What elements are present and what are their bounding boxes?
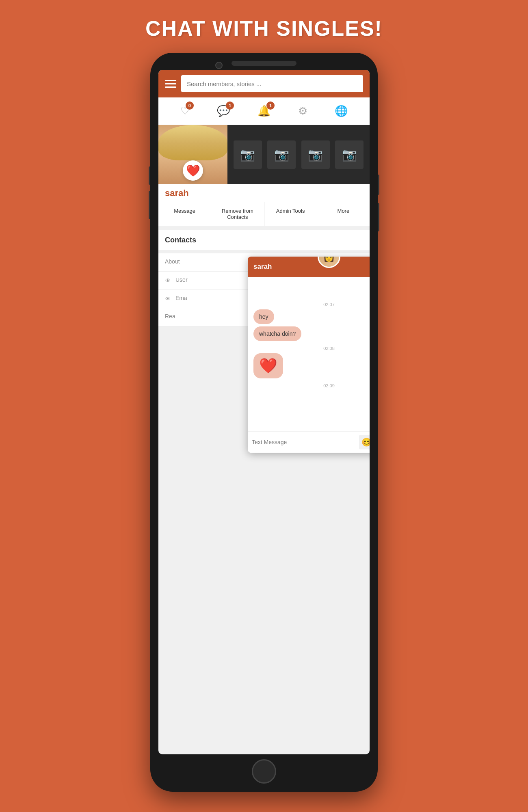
message-button[interactable]: Message bbox=[158, 202, 211, 226]
front-camera bbox=[215, 62, 223, 69]
chat-messages: hi 02:07 hey whatcha doin? 02:08 ❤️ 02:0… bbox=[248, 277, 370, 431]
msg-row-0: hi bbox=[253, 283, 370, 300]
profile-name-row: sarah bbox=[158, 184, 370, 199]
msg-bubble-recv-1: hey bbox=[253, 309, 274, 324]
thumb-camera-4[interactable]: 📷 bbox=[335, 140, 364, 169]
msg-row-1: hey bbox=[253, 309, 370, 326]
profile-main-photo: ❤️ bbox=[158, 125, 227, 184]
messages-badge: 1 bbox=[226, 102, 234, 110]
globe-icon: 🌐 bbox=[335, 105, 348, 117]
profile-name: sarah bbox=[165, 188, 189, 199]
nav-hearts[interactable]: ♡ 0 bbox=[180, 105, 190, 117]
power-button bbox=[378, 175, 379, 195]
msg-row-3: ❤️ bbox=[253, 353, 370, 381]
heart-emoji: ❤️ bbox=[259, 357, 277, 374]
volume-down-button bbox=[149, 191, 150, 219]
volume-up-button bbox=[149, 166, 150, 185]
emoji-button[interactable]: 😊 bbox=[359, 435, 370, 449]
more-button[interactable]: More bbox=[317, 202, 370, 226]
msg-time-2: 02:08 bbox=[253, 346, 370, 351]
avatar-hair bbox=[158, 125, 227, 160]
profile-thumbnails: 📷 📷 📷 📷 bbox=[227, 125, 370, 184]
profile-images: ❤️ 📷 📷 📷 📷 bbox=[158, 125, 370, 184]
chat-overlay: 👩 sarah ✕ hi 02:07 hey whatcha doin? 02:… bbox=[248, 257, 370, 453]
top-bar bbox=[158, 70, 370, 97]
nav-icons-row: ♡ 0 💬 1 🔔 1 ⚙ 🌐 bbox=[158, 97, 370, 125]
contacts-label: Contacts bbox=[165, 236, 363, 244]
msg-time-3: 02:09 bbox=[253, 383, 370, 388]
remove-from-contacts-button[interactable]: Remove from Contacts bbox=[211, 202, 264, 226]
email-label: Ema bbox=[175, 295, 187, 301]
hamburger-menu[interactable] bbox=[165, 80, 176, 88]
side-button-2 bbox=[378, 203, 379, 231]
chat-text-input[interactable] bbox=[252, 439, 357, 445]
hearts-badge: 0 bbox=[186, 102, 194, 110]
nav-notifications[interactable]: 🔔 1 bbox=[258, 105, 270, 117]
eye-icon-2: 👁 bbox=[165, 296, 171, 302]
home-button[interactable] bbox=[252, 759, 276, 784]
hamburger-line-2 bbox=[165, 83, 176, 84]
msg-bubble-recv-2: whatcha doin? bbox=[253, 326, 301, 341]
hamburger-line-3 bbox=[165, 86, 176, 88]
action-buttons: Message Remove from Contacts Admin Tools… bbox=[158, 202, 370, 226]
contacts-section: Contacts bbox=[158, 230, 370, 250]
user-label: User bbox=[175, 276, 188, 283]
chat-header: sarah ✕ bbox=[248, 257, 370, 277]
msg-time-0: 02:07 bbox=[253, 302, 370, 307]
phone-screen: ♡ 0 💬 1 🔔 1 ⚙ 🌐 bbox=[158, 70, 370, 754]
search-input[interactable] bbox=[187, 80, 357, 87]
nav-settings[interactable]: ⚙ bbox=[298, 105, 307, 117]
chat-contact-name: sarah bbox=[253, 263, 272, 271]
thumb-camera-2[interactable]: 📷 bbox=[267, 140, 296, 169]
msg-row-2: whatcha doin? bbox=[253, 326, 370, 343]
thumb-camera-1[interactable]: 📷 bbox=[234, 140, 262, 169]
msg-bubble-recv-3: ❤️ bbox=[253, 353, 283, 378]
notifications-badge: 1 bbox=[266, 102, 275, 110]
admin-tools-button[interactable]: Admin Tools bbox=[264, 202, 317, 226]
thumb-camera-3[interactable]: 📷 bbox=[301, 140, 330, 169]
heart-badge[interactable]: ❤️ bbox=[183, 160, 203, 181]
speaker-grille bbox=[232, 61, 296, 66]
profile-area: ❤️ 📷 📷 📷 📷 sarah Message Remove from Con… bbox=[158, 125, 370, 226]
nav-messages[interactable]: 💬 1 bbox=[217, 105, 230, 117]
nav-globe[interactable]: 🌐 bbox=[335, 105, 348, 117]
page-title: CHAT WITH SINGLES! bbox=[145, 16, 383, 41]
settings-icon: ⚙ bbox=[298, 105, 307, 117]
search-bar[interactable] bbox=[181, 75, 363, 92]
hamburger-line-1 bbox=[165, 80, 176, 81]
chat-input-row: 😊 📎 ➤ bbox=[248, 431, 370, 453]
eye-icon-1: 👁 bbox=[165, 277, 171, 284]
phone-frame: ♡ 0 💬 1 🔔 1 ⚙ 🌐 bbox=[150, 53, 378, 792]
